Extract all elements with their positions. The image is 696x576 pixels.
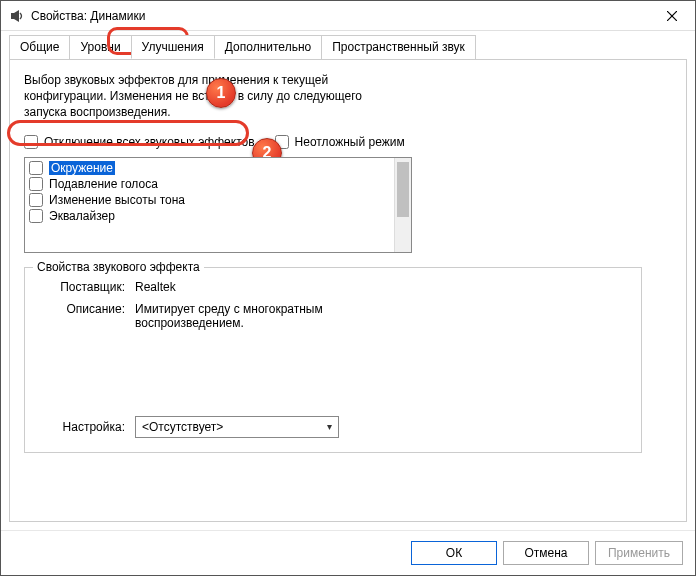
effect-label: Окружение <box>49 161 115 175</box>
titlebar: Свойства: Динамики <box>1 1 695 31</box>
provider-value: Realtek <box>135 280 627 294</box>
description-value: Имитирует среду с многократным воспроизв… <box>135 302 355 330</box>
effect-checkbox[interactable] <box>29 193 43 207</box>
provider-label: Поставщик: <box>39 280 135 294</box>
ok-button[interactable]: ОК <box>411 541 497 565</box>
speaker-icon <box>9 8 25 24</box>
effect-label: Подавление голоса <box>49 177 158 191</box>
list-item[interactable]: Окружение <box>27 160 392 176</box>
tab-advanced[interactable]: Дополнительно <box>214 35 322 59</box>
description-text: Выбор звуковых эффектов для применения к… <box>24 72 404 121</box>
list-item[interactable]: Подавление голоса <box>27 176 392 192</box>
tab-spatial[interactable]: Пространственный звук <box>321 35 476 59</box>
tab-strip: Общие Уровни Улучшения Дополнительно Про… <box>1 31 695 59</box>
effect-label: Эквалайзер <box>49 209 115 223</box>
cancel-button[interactable]: Отмена <box>503 541 589 565</box>
checkbox-disable-all-input[interactable] <box>24 135 38 149</box>
list-item[interactable]: Изменение высоты тона <box>27 192 392 208</box>
tab-enhancements[interactable]: Улучшения <box>131 35 215 59</box>
setting-label: Настройка: <box>39 420 135 434</box>
dialog-buttons: ОК Отмена Применить <box>1 530 695 575</box>
tab-general[interactable]: Общие <box>9 35 70 59</box>
group-legend: Свойства звукового эффекта <box>33 260 204 274</box>
apply-button[interactable]: Применить <box>595 541 683 565</box>
checkbox-immediate[interactable]: Неотложный режим <box>275 135 405 149</box>
effects-list-items: Окружение Подавление голоса Изменение вы… <box>25 158 394 252</box>
effect-checkbox[interactable] <box>29 209 43 223</box>
checkbox-disable-all[interactable]: Отключение всех звуковых эффектов <box>24 135 255 149</box>
checkbox-immediate-input[interactable] <box>275 135 289 149</box>
checkbox-immediate-label: Неотложный режим <box>295 135 405 149</box>
effect-checkbox[interactable] <box>29 177 43 191</box>
list-item[interactable]: Эквалайзер <box>27 208 392 224</box>
description-label: Описание: <box>39 302 135 330</box>
scrollbar-thumb[interactable] <box>397 162 409 217</box>
close-button[interactable] <box>649 1 695 31</box>
effect-label: Изменение высоты тона <box>49 193 185 207</box>
tab-levels[interactable]: Уровни <box>69 35 131 59</box>
effects-listbox[interactable]: Окружение Подавление голоса Изменение вы… <box>24 157 412 253</box>
effect-checkbox[interactable] <box>29 161 43 175</box>
effect-properties-group: Свойства звукового эффекта Поставщик: Re… <box>24 267 642 453</box>
setting-combobox[interactable]: <Отсутствует> ▾ <box>135 416 339 438</box>
svg-rect-0 <box>11 13 14 19</box>
svg-marker-1 <box>14 10 19 22</box>
checkbox-disable-all-label: Отключение всех звуковых эффектов <box>44 135 255 149</box>
tab-content: Выбор звуковых эффектов для применения к… <box>9 59 687 522</box>
dialog-window: Свойства: Динамики Общие Уровни Улучшени… <box>0 0 696 576</box>
chevron-down-icon: ▾ <box>327 421 332 432</box>
setting-combobox-value: <Отсутствует> <box>142 420 223 434</box>
checkbox-row: Отключение всех звуковых эффектов Неотло… <box>24 135 672 149</box>
window-title: Свойства: Динамики <box>31 9 649 23</box>
listbox-scrollbar[interactable] <box>394 158 411 252</box>
